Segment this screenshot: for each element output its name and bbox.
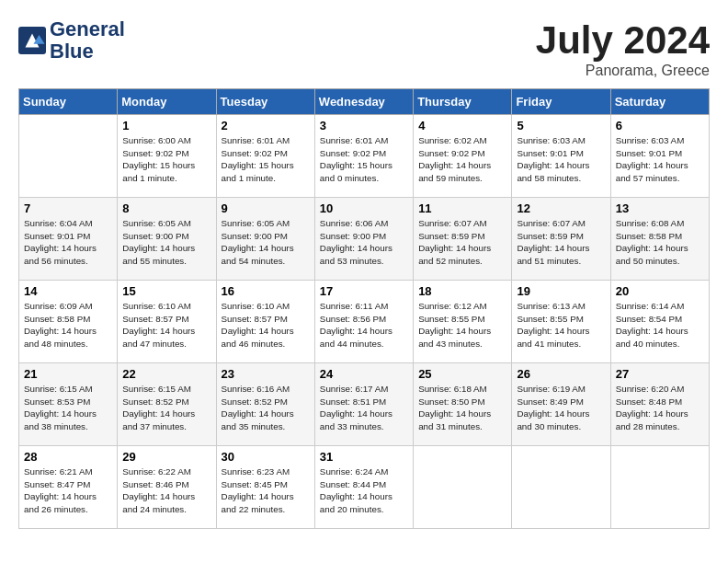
day-number: 27 bbox=[616, 367, 704, 381]
day-number: 3 bbox=[320, 119, 408, 132]
day-number: 1 bbox=[122, 119, 210, 132]
calendar-cell: 20Sunrise: 6:14 AMSunset: 8:54 PMDayligh… bbox=[610, 281, 709, 363]
calendar-cell: 15Sunrise: 6:10 AMSunset: 8:57 PMDayligh… bbox=[118, 281, 216, 363]
day-number: 2 bbox=[222, 119, 310, 132]
calendar-cell: 7Sunrise: 6:04 AMSunset: 9:01 PMDaylight… bbox=[19, 198, 118, 281]
calendar-week-row: 21Sunrise: 6:15 AMSunset: 8:53 PMDayligh… bbox=[19, 363, 710, 446]
calendar-cell bbox=[512, 446, 610, 529]
day-number: 9 bbox=[222, 201, 310, 215]
calendar-cell: 11Sunrise: 6:07 AMSunset: 8:59 PMDayligh… bbox=[414, 198, 512, 281]
day-info: Sunrise: 6:11 AMSunset: 8:56 PMDaylight:… bbox=[320, 300, 408, 350]
calendar-cell: 8Sunrise: 6:05 AMSunset: 9:00 PMDaylight… bbox=[118, 198, 216, 281]
page-header: General Blue July 2024 Panorama, Greece bbox=[18, 18, 710, 79]
calendar-cell: 16Sunrise: 6:10 AMSunset: 8:57 PMDayligh… bbox=[216, 281, 314, 363]
day-number: 21 bbox=[24, 367, 112, 381]
day-info: Sunrise: 6:24 AMSunset: 8:44 PMDaylight:… bbox=[320, 465, 408, 516]
day-number: 7 bbox=[24, 201, 112, 215]
month-title: July 2024 bbox=[536, 18, 710, 63]
day-info: Sunrise: 6:03 AMSunset: 9:01 PMDaylight:… bbox=[517, 134, 605, 185]
day-info: Sunrise: 6:23 AMSunset: 8:45 PMDaylight:… bbox=[222, 465, 310, 516]
day-info: Sunrise: 6:01 AMSunset: 9:02 PMDaylight:… bbox=[222, 134, 310, 185]
logo: General Blue bbox=[18, 18, 125, 63]
day-number: 19 bbox=[517, 284, 605, 298]
day-info: Sunrise: 6:01 AMSunset: 9:02 PMDaylight:… bbox=[320, 134, 408, 185]
calendar-cell: 5Sunrise: 6:03 AMSunset: 9:01 PMDaylight… bbox=[512, 115, 610, 198]
day-info: Sunrise: 6:20 AMSunset: 8:48 PMDaylight:… bbox=[616, 383, 704, 433]
day-info: Sunrise: 6:15 AMSunset: 8:52 PMDaylight:… bbox=[122, 383, 210, 433]
day-info: Sunrise: 6:00 AMSunset: 9:02 PMDaylight:… bbox=[122, 134, 210, 185]
calendar-cell: 19Sunrise: 6:13 AMSunset: 8:55 PMDayligh… bbox=[512, 281, 610, 363]
day-info: Sunrise: 6:07 AMSunset: 8:59 PMDaylight:… bbox=[418, 217, 506, 268]
day-number: 29 bbox=[122, 450, 210, 464]
day-info: Sunrise: 6:02 AMSunset: 9:02 PMDaylight:… bbox=[418, 134, 506, 185]
day-info: Sunrise: 6:22 AMSunset: 8:46 PMDaylight:… bbox=[122, 465, 210, 516]
calendar-cell: 2Sunrise: 6:01 AMSunset: 9:02 PMDaylight… bbox=[216, 115, 314, 198]
day-number: 11 bbox=[418, 201, 506, 215]
day-info: Sunrise: 6:05 AMSunset: 9:00 PMDaylight:… bbox=[222, 217, 310, 268]
title-block: July 2024 Panorama, Greece bbox=[536, 18, 710, 79]
calendar-cell: 9Sunrise: 6:05 AMSunset: 9:00 PMDaylight… bbox=[216, 198, 314, 281]
day-number: 25 bbox=[418, 367, 506, 381]
logo-icon bbox=[18, 27, 46, 54]
day-number: 20 bbox=[616, 284, 704, 298]
day-number: 6 bbox=[616, 119, 704, 132]
calendar-cell: 6Sunrise: 6:03 AMSunset: 9:01 PMDaylight… bbox=[610, 115, 709, 198]
day-number: 23 bbox=[222, 367, 310, 381]
calendar-cell: 22Sunrise: 6:15 AMSunset: 8:52 PMDayligh… bbox=[118, 363, 216, 446]
calendar-cell: 13Sunrise: 6:08 AMSunset: 8:58 PMDayligh… bbox=[610, 198, 709, 281]
calendar-week-row: 28Sunrise: 6:21 AMSunset: 8:47 PMDayligh… bbox=[19, 446, 710, 529]
day-number: 28 bbox=[24, 450, 112, 464]
day-number: 16 bbox=[222, 284, 310, 298]
day-info: Sunrise: 6:07 AMSunset: 8:59 PMDaylight:… bbox=[517, 217, 605, 268]
day-info: Sunrise: 6:05 AMSunset: 9:00 PMDaylight:… bbox=[122, 217, 210, 268]
day-info: Sunrise: 6:08 AMSunset: 8:58 PMDaylight:… bbox=[616, 217, 704, 268]
logo-text: General Blue bbox=[50, 18, 125, 63]
weekday-header-thursday: Thursday bbox=[414, 89, 512, 115]
day-info: Sunrise: 6:21 AMSunset: 8:47 PMDaylight:… bbox=[24, 465, 112, 516]
day-info: Sunrise: 6:03 AMSunset: 9:01 PMDaylight:… bbox=[616, 134, 704, 185]
calendar-cell: 21Sunrise: 6:15 AMSunset: 8:53 PMDayligh… bbox=[19, 363, 118, 446]
day-info: Sunrise: 6:15 AMSunset: 8:53 PMDaylight:… bbox=[24, 383, 112, 433]
calendar-cell: 10Sunrise: 6:06 AMSunset: 9:00 PMDayligh… bbox=[314, 198, 413, 281]
logo-line1: General bbox=[50, 17, 125, 40]
calendar-cell: 14Sunrise: 6:09 AMSunset: 8:58 PMDayligh… bbox=[19, 281, 118, 363]
day-number: 8 bbox=[122, 201, 210, 215]
weekday-header-row: SundayMondayTuesdayWednesdayThursdayFrid… bbox=[19, 89, 710, 115]
day-number: 30 bbox=[222, 450, 310, 464]
day-info: Sunrise: 6:16 AMSunset: 8:52 PMDaylight:… bbox=[222, 383, 310, 433]
calendar-cell: 17Sunrise: 6:11 AMSunset: 8:56 PMDayligh… bbox=[314, 281, 413, 363]
day-info: Sunrise: 6:10 AMSunset: 8:57 PMDaylight:… bbox=[122, 300, 210, 350]
calendar-cell: 31Sunrise: 6:24 AMSunset: 8:44 PMDayligh… bbox=[314, 446, 413, 529]
calendar-cell: 28Sunrise: 6:21 AMSunset: 8:47 PMDayligh… bbox=[19, 446, 118, 529]
calendar-cell: 26Sunrise: 6:19 AMSunset: 8:49 PMDayligh… bbox=[512, 363, 610, 446]
calendar-week-row: 1Sunrise: 6:00 AMSunset: 9:02 PMDaylight… bbox=[19, 115, 710, 198]
day-info: Sunrise: 6:19 AMSunset: 8:49 PMDaylight:… bbox=[517, 383, 605, 433]
weekday-header-saturday: Saturday bbox=[610, 89, 709, 115]
calendar-cell: 12Sunrise: 6:07 AMSunset: 8:59 PMDayligh… bbox=[512, 198, 610, 281]
calendar-cell: 24Sunrise: 6:17 AMSunset: 8:51 PMDayligh… bbox=[314, 363, 413, 446]
day-number: 14 bbox=[24, 284, 112, 298]
calendar-cell: 23Sunrise: 6:16 AMSunset: 8:52 PMDayligh… bbox=[216, 363, 314, 446]
day-info: Sunrise: 6:17 AMSunset: 8:51 PMDaylight:… bbox=[320, 383, 408, 433]
weekday-header-wednesday: Wednesday bbox=[314, 89, 413, 115]
weekday-header-monday: Monday bbox=[118, 89, 216, 115]
calendar-cell: 25Sunrise: 6:18 AMSunset: 8:50 PMDayligh… bbox=[414, 363, 512, 446]
day-number: 24 bbox=[320, 367, 408, 381]
calendar-cell bbox=[610, 446, 709, 529]
calendar-cell bbox=[19, 115, 118, 198]
location-title: Panorama, Greece bbox=[536, 63, 710, 79]
day-number: 18 bbox=[418, 284, 506, 298]
logo-line2: Blue bbox=[50, 40, 94, 63]
day-number: 12 bbox=[517, 201, 605, 215]
day-info: Sunrise: 6:14 AMSunset: 8:54 PMDaylight:… bbox=[616, 300, 704, 350]
day-number: 22 bbox=[122, 367, 210, 381]
weekday-header-tuesday: Tuesday bbox=[216, 89, 314, 115]
day-info: Sunrise: 6:18 AMSunset: 8:50 PMDaylight:… bbox=[418, 383, 506, 433]
weekday-header-friday: Friday bbox=[512, 89, 610, 115]
day-info: Sunrise: 6:10 AMSunset: 8:57 PMDaylight:… bbox=[222, 300, 310, 350]
calendar-table: SundayMondayTuesdayWednesdayThursdayFrid… bbox=[18, 88, 710, 529]
calendar-cell: 30Sunrise: 6:23 AMSunset: 8:45 PMDayligh… bbox=[216, 446, 314, 529]
day-number: 4 bbox=[418, 119, 506, 132]
day-number: 10 bbox=[320, 201, 408, 215]
calendar-week-row: 7Sunrise: 6:04 AMSunset: 9:01 PMDaylight… bbox=[19, 198, 710, 281]
